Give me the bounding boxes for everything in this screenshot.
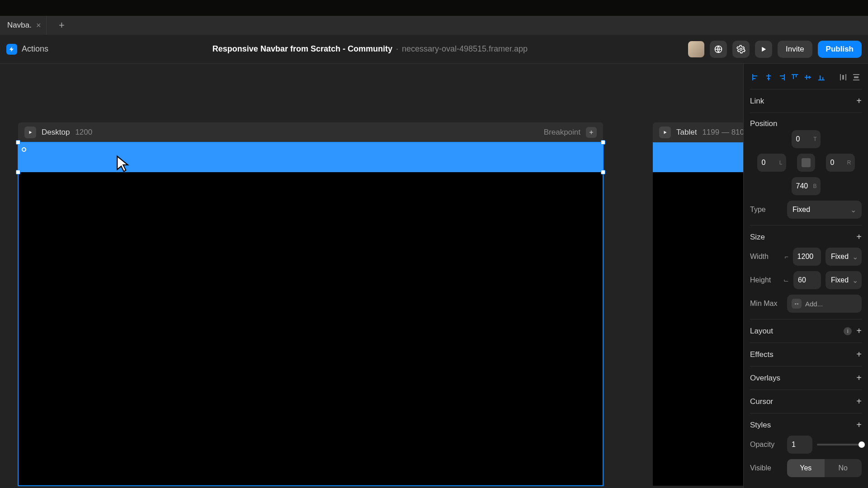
section-title-layout: Layout xyxy=(750,327,773,336)
link-icon[interactable]: ⌙ xyxy=(783,277,789,284)
svg-point-1 xyxy=(740,48,742,50)
gear-icon[interactable] xyxy=(732,41,750,58)
breakpoint-dim: 1199 — 810 xyxy=(702,128,743,137)
align-top-icon[interactable] xyxy=(790,72,800,83)
play-icon[interactable] xyxy=(659,127,671,138)
actions-button[interactable]: Actions xyxy=(3,41,52,57)
add-layout-button[interactable]: + xyxy=(856,326,862,336)
chevron-down-icon: ⌄ xyxy=(852,276,858,285)
width-field[interactable]: 1200 xyxy=(793,248,821,266)
visible-no-option[interactable]: No xyxy=(825,459,862,477)
position-bottom-field[interactable]: 740B xyxy=(792,177,821,195)
add-breakpoint-button[interactable]: + xyxy=(586,127,597,138)
distribute-h-icon[interactable] xyxy=(838,72,849,83)
height-mode-select[interactable]: Fixed⌄ xyxy=(826,271,862,289)
app-tab-label: Navba. xyxy=(7,21,32,30)
width-mode-select[interactable]: Fixed⌄ xyxy=(826,248,862,266)
avatar[interactable] xyxy=(688,41,704,57)
link-icon[interactable]: ⌐ xyxy=(784,253,788,260)
add-overlays-button[interactable]: + xyxy=(856,373,862,383)
visible-segment[interactable]: Yes No xyxy=(787,459,862,477)
add-link-button[interactable]: + xyxy=(856,96,862,106)
app-tab-active[interactable]: Navba. × xyxy=(3,16,47,35)
frame-tablet[interactable] xyxy=(653,142,743,486)
breakpoint-name: Tablet xyxy=(676,128,697,137)
add-size-button[interactable]: + xyxy=(856,232,862,242)
minmax-label: Min Max xyxy=(750,300,783,308)
align-right-icon[interactable] xyxy=(776,72,787,83)
resize-handle[interactable] xyxy=(16,140,20,145)
play-icon[interactable] xyxy=(755,41,772,58)
breakpoint-label: Breakpoint xyxy=(544,128,580,137)
resize-handle[interactable] xyxy=(16,170,20,174)
selected-element-navbar[interactable] xyxy=(18,142,603,172)
opacity-field[interactable]: 1 xyxy=(787,436,812,454)
invite-button[interactable]: Invite xyxy=(778,41,812,58)
add-effects-button[interactable]: + xyxy=(856,349,862,360)
minmax-add-button[interactable]: ↔ Add... xyxy=(787,295,862,313)
add-styles-button[interactable]: + xyxy=(856,420,862,430)
breakpoint-dim: 1200 xyxy=(75,128,92,137)
position-left-field[interactable]: 0L xyxy=(757,154,786,172)
publish-button[interactable]: Publish xyxy=(818,41,862,58)
inspector-panel: Link + Position 0T 0L 0R 740 xyxy=(743,64,868,488)
play-icon[interactable] xyxy=(24,127,36,138)
section-title-cursor: Cursor xyxy=(750,397,773,406)
align-hcenter-icon[interactable] xyxy=(763,72,774,83)
distribute-v-icon[interactable] xyxy=(851,72,862,83)
position-type-label: Type xyxy=(750,206,783,214)
visible-yes-option[interactable]: Yes xyxy=(787,459,825,477)
add-cursor-button[interactable]: + xyxy=(856,396,862,407)
resize-handle[interactable] xyxy=(601,140,605,145)
constraints-icon: ↔ xyxy=(792,299,802,309)
position-anchor-control[interactable] xyxy=(797,154,815,172)
align-left-icon[interactable] xyxy=(750,72,760,83)
info-icon[interactable]: i xyxy=(844,327,852,335)
section-title-overlays: Overlays xyxy=(750,374,780,383)
opacity-slider[interactable] xyxy=(817,444,862,446)
opacity-label: Opacity xyxy=(750,441,783,449)
position-type-select[interactable]: Fixed ⌄ xyxy=(787,201,862,219)
close-icon[interactable]: × xyxy=(36,21,41,30)
resize-handle[interactable] xyxy=(601,170,605,174)
height-field[interactable]: 60 xyxy=(793,271,821,289)
section-title-position: Position xyxy=(750,119,777,128)
anchor-indicator xyxy=(22,147,26,152)
breakpoint-header-desktop[interactable]: Desktop 1200 Breakpoint + xyxy=(18,122,603,142)
chevron-down-icon: ⌄ xyxy=(852,253,858,261)
height-label: Height xyxy=(750,276,779,284)
align-vcenter-icon[interactable] xyxy=(803,72,813,83)
bolt-icon xyxy=(6,44,17,55)
section-title-effects: Effects xyxy=(750,350,774,359)
new-tab-button[interactable]: + xyxy=(54,18,69,33)
canvas[interactable]: Desktop 1200 Breakpoint + Tablet xyxy=(0,64,743,488)
align-bottom-icon[interactable] xyxy=(816,72,826,83)
chevron-down-icon: ⌄ xyxy=(850,206,856,214)
visible-label: Visible xyxy=(750,464,783,472)
globe-icon[interactable] xyxy=(710,41,727,58)
breakpoint-name: Desktop xyxy=(42,128,70,137)
alignment-controls xyxy=(750,69,862,89)
actions-label: Actions xyxy=(22,44,48,54)
section-title-styles: Styles xyxy=(750,421,771,430)
position-top-field[interactable]: 0T xyxy=(792,130,821,148)
section-title-link: Link xyxy=(750,97,764,106)
frame-desktop[interactable] xyxy=(18,142,603,486)
width-label: Width xyxy=(750,253,780,261)
section-title-size: Size xyxy=(750,233,765,242)
breakpoint-header-tablet[interactable]: Tablet 1199 — 810 xyxy=(653,122,743,142)
navbar-preview xyxy=(653,142,743,172)
project-title: Responsive Navbar from Scratch - Communi… xyxy=(212,44,392,54)
page-title: Responsive Navbar from Scratch - Communi… xyxy=(52,44,688,54)
project-domain: necessary-oval-498515.framer.app xyxy=(402,44,528,54)
position-right-field[interactable]: 0R xyxy=(826,154,855,172)
